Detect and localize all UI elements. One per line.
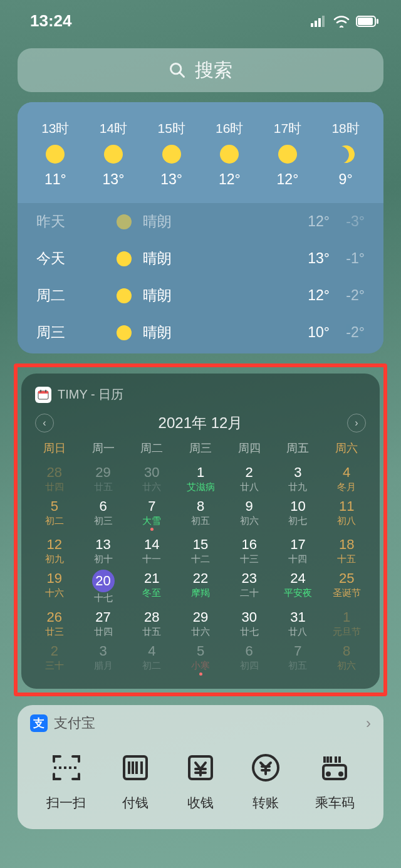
calendar-day[interactable]: 2 廿八 — [225, 461, 274, 494]
day-high: 13° — [292, 250, 330, 267]
calendar-app-icon — [35, 387, 51, 403]
calendar-day[interactable]: 23 二十 — [225, 567, 274, 605]
calendar-day[interactable]: 5 小寒 — [176, 639, 225, 677]
day-subtitle: 平安夜 — [274, 587, 323, 599]
transit-icon — [315, 750, 355, 785]
day-number: 11 — [322, 498, 371, 515]
calendar-day[interactable]: 16 十三 — [225, 533, 274, 567]
day-low: -1° — [330, 250, 365, 267]
calendar-day[interactable]: 1 艾滋病 — [176, 461, 225, 494]
alipay-collect-button[interactable]: 收钱 — [184, 750, 217, 812]
day-number: 28 — [127, 609, 176, 626]
calendar-day[interactable]: 26 廿三 — [30, 605, 79, 639]
day-subtitle: 十二 — [176, 553, 225, 565]
day-subtitle: 元旦节 — [322, 626, 371, 637]
calendar-day[interactable]: 14 十一 — [127, 533, 176, 567]
svg-rect-2 — [318, 18, 321, 27]
day-subtitle: 廿五 — [79, 481, 128, 493]
calendar-day[interactable]: 15 十二 — [176, 533, 225, 567]
day-number: 17 — [274, 536, 323, 553]
calendar-day[interactable]: 29 廿六 — [176, 605, 225, 639]
calendar-day[interactable]: 10 初七 — [274, 494, 323, 533]
day-high: 10° — [292, 324, 330, 341]
calendar-day[interactable]: 3 廿九 — [274, 461, 323, 494]
day-subtitle: 廿六 — [176, 626, 225, 637]
day-number: 3 — [79, 642, 128, 660]
hourly-item: 17时 12° — [274, 120, 301, 188]
calendar-day[interactable]: 7 初五 — [274, 639, 323, 677]
alipay-pay-button[interactable]: 付钱 — [119, 750, 152, 812]
event-dot — [199, 672, 202, 676]
calendar-widget[interactable]: TIMY - 日历 ‹ 2021年 12月 › 周日周一周二周三周四周五周六 2… — [21, 374, 380, 689]
calendar-day[interactable]: 31 廿八 — [274, 605, 323, 639]
weather-widget[interactable]: 13时 11°14时 13°15时 13°16时 12°17时 12°18时 9… — [18, 102, 383, 353]
day-number: 6 — [225, 642, 274, 660]
calendar-day[interactable]: 3 腊月 — [79, 639, 128, 677]
day-subtitle: 冬月 — [322, 481, 371, 493]
calendar-day[interactable]: 6 初三 — [79, 494, 128, 533]
weekday-header: 周一 — [79, 438, 128, 461]
svg-point-28 — [340, 773, 342, 775]
annotation-highlight: TIMY - 日历 ‹ 2021年 12月 › 周日周一周二周三周四周五周六 2… — [14, 363, 387, 696]
day-number: 29 — [176, 609, 225, 626]
day-condition: 晴朗 — [143, 323, 292, 342]
chevron-right-icon[interactable]: › — [366, 714, 371, 732]
calendar-day[interactable]: 28 廿五 — [127, 605, 176, 639]
weekday-header: 周六 — [322, 438, 371, 461]
alipay-widget[interactable]: 支 支付宝 › 扫一扫 付钱 收钱 转账 乘车码 — [18, 705, 383, 829]
calendar-day[interactable]: 11 初八 — [322, 494, 371, 533]
calendar-day[interactable]: 4 冬月 — [322, 461, 371, 494]
calendar-day[interactable]: 12 初九 — [30, 533, 79, 567]
alipay-scan-button[interactable]: 扫一扫 — [46, 750, 86, 812]
day-number: 19 — [30, 570, 79, 587]
calendar-day[interactable]: 13 初十 — [79, 533, 128, 567]
day-number: 4 — [322, 464, 371, 481]
calendar-day[interactable]: 8 初六 — [322, 639, 371, 677]
calendar-day[interactable]: 28 廿四 — [30, 461, 79, 494]
calendar-day[interactable]: 1 元旦节 — [322, 605, 371, 639]
calendar-day[interactable]: 17 十四 — [274, 533, 323, 567]
day-name: 今天 — [36, 249, 105, 268]
sun-icon — [46, 145, 65, 164]
sun-icon — [117, 214, 132, 229]
collect-icon — [184, 750, 217, 785]
day-number: 1 — [176, 464, 225, 481]
calendar-day[interactable]: 24 平安夜 — [274, 567, 323, 605]
day-subtitle: 廿三 — [30, 626, 79, 637]
day-number: 27 — [79, 609, 128, 626]
day-subtitle: 廿九 — [274, 481, 323, 493]
next-month-button[interactable]: › — [347, 414, 366, 432]
action-label: 乘车码 — [315, 794, 355, 812]
calendar-day[interactable]: 22 摩羯 — [176, 567, 225, 605]
sun-icon — [117, 251, 132, 266]
svg-point-27 — [327, 773, 330, 775]
calendar-day[interactable]: 19 十六 — [30, 567, 79, 605]
calendar-day-today[interactable]: 20 十七 — [79, 567, 128, 605]
calendar-day[interactable]: 21 冬至 — [127, 567, 176, 605]
day-number: 18 — [322, 536, 371, 553]
calendar-day[interactable]: 6 初四 — [225, 639, 274, 677]
alipay-transfer-button[interactable]: 转账 — [249, 750, 282, 812]
search-bar[interactable]: 搜索 — [18, 48, 383, 92]
day-subtitle: 初二 — [127, 660, 176, 671]
prev-month-button[interactable]: ‹ — [35, 414, 54, 432]
hourly-item: 14时 13° — [100, 120, 127, 188]
calendar-day[interactable]: 27 廿四 — [79, 605, 128, 639]
calendar-day[interactable]: 4 初二 — [127, 639, 176, 677]
calendar-day[interactable]: 2 三十 — [30, 639, 79, 677]
calendar-day[interactable]: 9 初六 — [225, 494, 274, 533]
calendar-day[interactable]: 25 圣诞节 — [322, 567, 371, 605]
hour-temp: 13° — [157, 171, 185, 188]
day-subtitle: 艾滋病 — [176, 481, 225, 493]
alipay-transit-button[interactable]: 乘车码 — [315, 750, 355, 812]
calendar-day[interactable]: 30 廿七 — [225, 605, 274, 639]
calendar-day[interactable]: 29 廿五 — [79, 461, 128, 494]
action-label: 收钱 — [184, 794, 217, 812]
day-low: -2° — [330, 287, 365, 304]
calendar-day[interactable]: 8 初五 — [176, 494, 225, 533]
calendar-day[interactable]: 7 大雪 — [127, 494, 176, 533]
calendar-day[interactable]: 18 十五 — [322, 533, 371, 567]
battery-icon — [356, 16, 378, 27]
calendar-day[interactable]: 5 初二 — [30, 494, 79, 533]
calendar-day[interactable]: 30 廿六 — [127, 461, 176, 494]
